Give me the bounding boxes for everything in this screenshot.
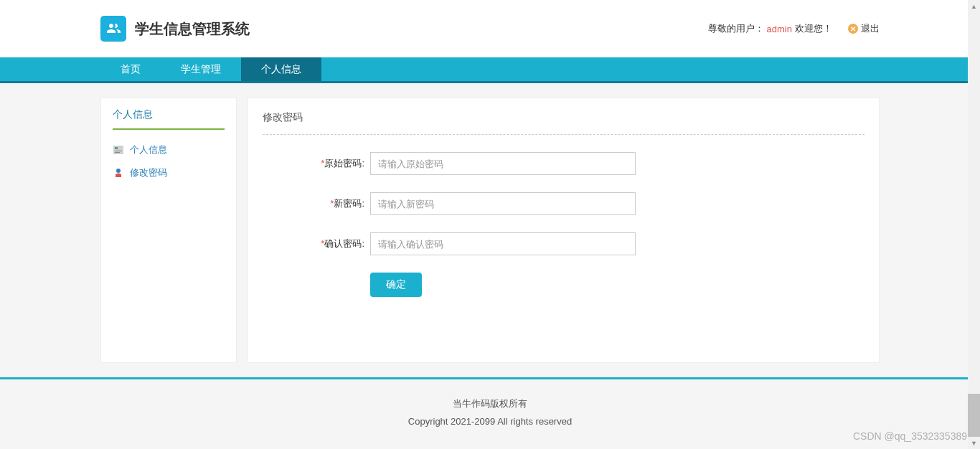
sidebar-title: 个人信息 <box>113 108 225 130</box>
svg-point-4 <box>116 169 121 173</box>
old-password-label: *原始密码: <box>263 157 370 170</box>
new-password-input[interactable] <box>370 192 636 215</box>
confirm-password-label: *确认密码: <box>263 237 370 250</box>
scroll-thumb[interactable] <box>968 394 980 437</box>
nav-profile[interactable]: 个人信息 <box>241 57 321 81</box>
logo-icon <box>100 16 126 42</box>
content-title: 修改密码 <box>263 111 864 135</box>
old-password-input[interactable] <box>370 152 636 175</box>
user-area: 尊敬的用户： admin 欢迎您！ ✕ 退出 <box>708 22 880 35</box>
sidebar-item-password[interactable]: 修改密码 <box>113 161 225 184</box>
content: 修改密码 *原始密码: *新密码: *确认密码: 确定 <box>248 98 880 363</box>
sidebar-item-profile[interactable]: 个人信息 <box>113 138 225 161</box>
button-row: 确定 <box>370 273 864 297</box>
svg-rect-0 <box>113 146 123 154</box>
header: 学生信息管理系统 尊敬的用户： admin 欢迎您！ ✕ 退出 <box>0 0 980 57</box>
footer-copyright-1: 当牛作码版权所有 <box>0 395 980 413</box>
form-row-old-password: *原始密码: <box>263 152 864 175</box>
app-title: 学生信息管理系统 <box>135 19 250 39</box>
nav-home[interactable]: 首页 <box>100 57 161 81</box>
scroll-down-icon[interactable]: ▼ <box>968 437 980 446</box>
svg-rect-2 <box>115 151 122 151</box>
sidebar: 个人信息 个人信息 修改密码 <box>100 98 237 363</box>
submit-button[interactable]: 确定 <box>370 273 422 297</box>
user-prefix: 尊敬的用户： <box>708 22 764 35</box>
profile-icon <box>113 144 124 156</box>
footer: 当牛作码版权所有 Copyright 2021-2099 All rights … <box>0 377 980 446</box>
logout-label: 退出 <box>861 22 880 35</box>
nav-student[interactable]: 学生管理 <box>161 57 241 81</box>
nav-bar: 首页 学生管理 个人信息 <box>0 57 980 83</box>
confirm-password-input[interactable] <box>370 232 636 255</box>
svg-rect-1 <box>115 147 118 149</box>
logo-area: 学生信息管理系统 <box>100 16 250 42</box>
sidebar-item-label: 个人信息 <box>130 143 167 156</box>
form-row-new-password: *新密码: <box>263 192 864 215</box>
svg-rect-3 <box>115 152 120 153</box>
footer-copyright-2: Copyright 2021-2099 All rights reserved <box>0 413 980 431</box>
logout-button[interactable]: ✕ 退出 <box>848 22 880 35</box>
main: 个人信息 个人信息 修改密码 修改密码 *原始密码: *新密码: *确认密码: <box>0 83 980 377</box>
password-icon <box>113 167 124 179</box>
user-suffix: 欢迎您！ <box>795 22 832 35</box>
new-password-label: *新密码: <box>263 197 370 210</box>
scrollbar[interactable]: ▲ ▼ <box>968 0 980 446</box>
form-row-confirm-password: *确认密码: <box>263 232 864 255</box>
user-name: admin <box>767 24 792 34</box>
watermark: CSDN @qq_3532335389 <box>853 430 967 442</box>
scroll-up-icon[interactable]: ▲ <box>968 0 980 12</box>
sidebar-item-label: 修改密码 <box>130 166 167 179</box>
logout-icon: ✕ <box>848 24 858 34</box>
